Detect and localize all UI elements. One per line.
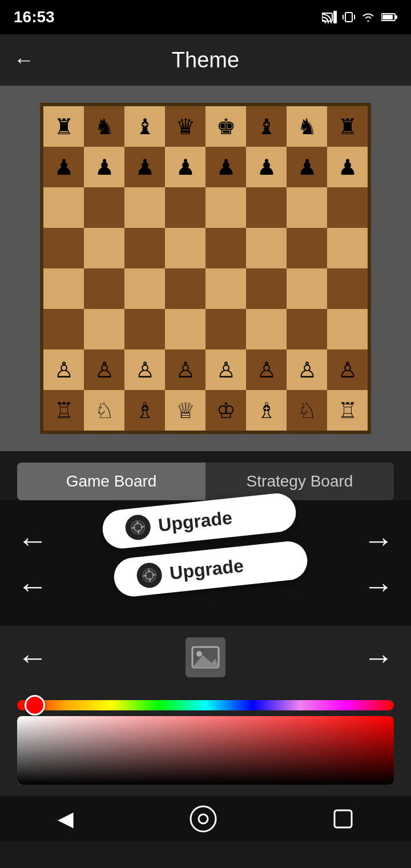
chess-cell xyxy=(124,187,165,228)
chess-cell xyxy=(327,309,368,349)
chess-cell xyxy=(84,309,124,349)
next-arrow-1[interactable]: → xyxy=(363,523,394,558)
chess-cell xyxy=(165,228,206,268)
chess-cell: ♔ xyxy=(206,390,246,431)
chess-cell: ♗ xyxy=(124,390,165,431)
chess-cell: ♘ xyxy=(84,390,124,431)
chess-cell: ♟ xyxy=(124,147,165,187)
color-picker[interactable] xyxy=(17,716,394,785)
chess-cell: ♟ xyxy=(43,147,84,187)
chess-cell: ♜ xyxy=(327,106,368,147)
chess-cell: ♙ xyxy=(327,349,368,390)
back-nav-button[interactable]: ◀ xyxy=(58,807,74,831)
prev-arrow-2[interactable]: ← xyxy=(17,568,48,604)
chess-cell xyxy=(43,228,84,268)
bottom-nav: ◀ xyxy=(0,796,411,842)
chess-cell: ♝ xyxy=(124,106,165,147)
tab-game-board[interactable]: Game Board xyxy=(17,463,206,500)
square-nav-button[interactable] xyxy=(333,809,353,829)
chess-cell: ♙ xyxy=(84,349,124,390)
chess-cell: ♞ xyxy=(84,106,124,147)
status-icons xyxy=(322,11,397,23)
piece-section: ← → xyxy=(0,626,411,689)
chess-cell: ♙ xyxy=(124,349,165,390)
battery-icon xyxy=(381,13,397,22)
chess-cell xyxy=(165,309,206,349)
chess-cell: ♙ xyxy=(206,349,246,390)
chess-cell: ♗ xyxy=(246,390,287,431)
chess-cell: ♟ xyxy=(84,147,124,187)
chess-cell xyxy=(287,228,327,268)
chess-cell: ♝ xyxy=(246,106,287,147)
svg-rect-1 xyxy=(333,11,337,23)
chess-cell: ♟ xyxy=(165,147,206,187)
color-slider[interactable] xyxy=(17,700,394,710)
chess-cell: ♜ xyxy=(43,106,84,147)
chess-cell: ♟ xyxy=(206,147,246,187)
svg-marker-22 xyxy=(192,655,219,668)
svg-line-13 xyxy=(141,527,144,527)
upgrade-label-2: Upgrade xyxy=(169,555,245,584)
piece-thumbnail xyxy=(186,637,225,677)
chess-cell xyxy=(327,228,368,268)
piece-prev-arrow[interactable]: ← xyxy=(17,640,48,675)
piece-next-arrow[interactable]: → xyxy=(363,640,394,675)
svg-line-17 xyxy=(150,578,150,581)
chess-cell: ♙ xyxy=(165,349,206,390)
svg-line-12 xyxy=(132,528,135,528)
chess-board: ♜♞♝♛♚♝♞♜♟♟♟♟♟♟♟♟♙♙♙♙♙♙♙♙♖♘♗♕♔♗♘♖ xyxy=(40,103,371,434)
upgrade-badge-1[interactable]: Upgrade xyxy=(100,492,297,550)
back-button[interactable]: ← xyxy=(14,48,34,72)
svg-rect-7 xyxy=(396,15,397,19)
chess-cell xyxy=(246,228,287,268)
svg-rect-6 xyxy=(382,15,393,19)
chess-cell xyxy=(246,268,287,309)
chess-cell xyxy=(287,268,327,309)
chess-cell xyxy=(206,268,246,309)
chess-cell: ♟ xyxy=(246,147,287,187)
svg-line-19 xyxy=(152,574,156,575)
tabs-section: Game Board Strategy Board xyxy=(0,451,411,500)
chess-cell: ♙ xyxy=(43,349,84,390)
chess-cell xyxy=(124,268,165,309)
chess-cell: ♘ xyxy=(287,390,327,431)
chess-cell xyxy=(165,268,206,309)
chess-cell xyxy=(84,228,124,268)
chess-cell xyxy=(43,309,84,349)
top-bar: ← Theme xyxy=(0,34,411,86)
svg-line-16 xyxy=(149,569,150,573)
chess-cell xyxy=(246,187,287,228)
chess-cell xyxy=(287,187,327,228)
status-time: 16:53 xyxy=(14,8,55,26)
chess-cell: ♞ xyxy=(287,106,327,147)
next-arrow-2[interactable]: → xyxy=(363,568,394,604)
chess-cell xyxy=(287,309,327,349)
chess-cell xyxy=(43,268,84,309)
chess-cell xyxy=(246,309,287,349)
svg-rect-2 xyxy=(345,13,352,22)
color-section xyxy=(0,689,411,796)
chess-cell xyxy=(327,187,368,228)
chess-cell: ♖ xyxy=(43,390,84,431)
chess-cell xyxy=(206,228,246,268)
chess-cell xyxy=(206,309,246,349)
chess-cell: ♙ xyxy=(246,349,287,390)
tabs-row: Game Board Strategy Board xyxy=(17,463,394,500)
svg-line-10 xyxy=(138,521,138,525)
status-bar: 16:53 xyxy=(0,0,411,34)
home-nav-button[interactable] xyxy=(189,805,217,833)
svg-point-24 xyxy=(199,814,208,823)
chess-cell: ♙ xyxy=(287,349,327,390)
slider-row xyxy=(17,694,394,716)
cast-icon xyxy=(322,11,337,23)
chess-cell xyxy=(206,187,246,228)
upgrade-badge-2[interactable]: Upgrade xyxy=(112,540,309,598)
chess-cell xyxy=(124,228,165,268)
upgrade-label-1: Upgrade xyxy=(158,507,233,536)
slider-thumb[interactable] xyxy=(25,695,45,716)
chess-cell: ♛ xyxy=(165,106,206,147)
prev-arrow-1[interactable]: ← xyxy=(17,523,48,558)
svg-line-18 xyxy=(143,576,147,576)
upgrade-icon-1 xyxy=(124,513,151,541)
nav-section: ← → ← → xyxy=(0,500,411,626)
